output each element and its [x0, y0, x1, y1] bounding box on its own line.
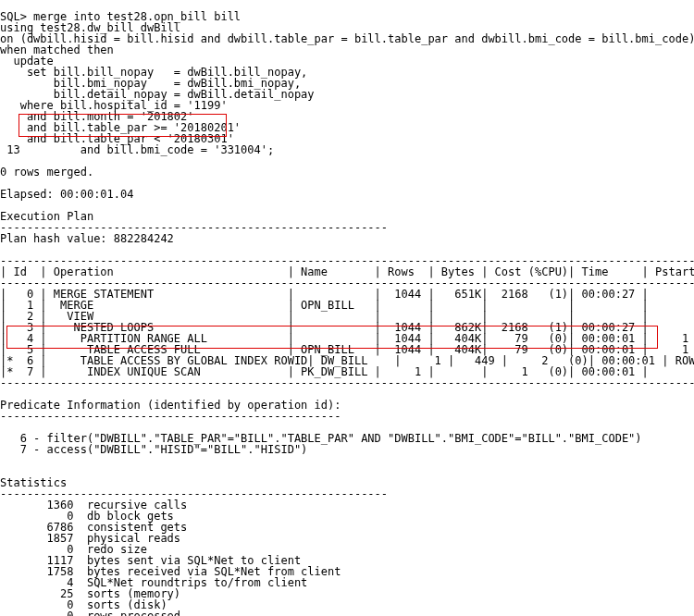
separator: ----------------------------------------… [0, 410, 341, 423]
sql-output: SQL> merge into test28.opn_bill bill usi… [0, 11, 694, 616]
plan-hash: Plan hash value: 882284242 [0, 232, 174, 245]
table-border: ----------------------------------------… [0, 376, 694, 389]
elapsed-time: Elapsed: 00:00:01.04 [0, 188, 134, 201]
predicate-line: 7 - access("DWBILL"."HISID"="BILL"."HISI… [0, 443, 307, 456]
stat-line: 0 rows processed [0, 610, 180, 616]
sql-line: 13 and bill.bmi_code = '331004'; [0, 143, 274, 156]
rows-merged: 0 rows merged. [0, 166, 93, 179]
